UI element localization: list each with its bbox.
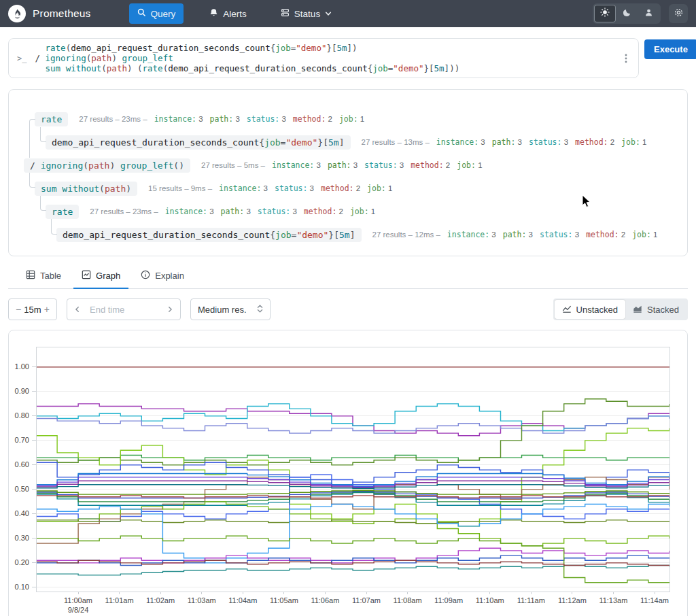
nav-item-status[interactable]: Status (273, 3, 340, 24)
code-token: "demo" (296, 230, 328, 240)
search-icon (137, 8, 146, 19)
tree-connector (51, 219, 57, 235)
code-token: path (88, 160, 109, 171)
label-name: method: (586, 230, 619, 239)
y-axis-label: 0.30 (15, 534, 29, 542)
label-count: 3 (196, 115, 203, 123)
tree-node-expression[interactable]: rate (35, 112, 68, 126)
tab-label: Explain (155, 271, 184, 281)
tree-node-expression[interactable]: / ignoring(path) group_left() (24, 158, 190, 173)
tab-graph[interactable]: Graph (73, 266, 128, 289)
x-axis-label: 11:04am (228, 596, 257, 604)
query-line[interactable]: / ignoring(path) group_left (35, 53, 619, 63)
label-count: 2 (326, 115, 332, 123)
label-count: 3 (279, 115, 286, 123)
tree-connector (40, 127, 46, 142)
x-axis-label: 11:14am (640, 596, 669, 604)
label-name: method: (293, 114, 326, 124)
theme-auto-button[interactable] (638, 5, 659, 22)
code-token: } (317, 137, 323, 148)
query-line[interactable]: sum without(path) (rate(demo_api_request… (35, 63, 619, 73)
chevron-left-icon[interactable] (74, 305, 81, 315)
label-name: path: (492, 137, 516, 147)
y-axis-label: 0.80 (15, 411, 29, 420)
label-name: path: (210, 114, 234, 124)
label-name: instance: (154, 114, 196, 124)
settings-button[interactable] (669, 4, 688, 23)
code-token: [ (429, 63, 434, 73)
code-token: job (372, 63, 388, 73)
label-name: path: (503, 230, 527, 239)
code-token: group_left (120, 160, 173, 171)
label-name: job: (621, 137, 640, 147)
series-line (36, 456, 669, 460)
label-count: 2 (619, 230, 626, 239)
y-axis-label: 0.60 (15, 460, 29, 468)
label-count: 3 (244, 207, 251, 216)
unstacked-toggle[interactable]: Unstacked (555, 300, 625, 319)
nav-item-alerts[interactable]: Alerts (201, 3, 255, 24)
code-token: 5m (337, 43, 347, 53)
theme-dark-button[interactable] (616, 5, 638, 22)
query-expression[interactable]: rate(demo_api_request_duration_seconds_c… (35, 43, 619, 73)
tree-node-expression[interactable]: demo_api_request_duration_seconds_count{… (46, 135, 351, 150)
code-token: { (270, 230, 275, 240)
code-token: path (105, 184, 126, 194)
label-name: method: (575, 137, 608, 147)
x-axis-label: 11:08am (394, 596, 422, 604)
code-token: group_left (122, 53, 173, 63)
chevron-right-icon[interactable] (167, 305, 173, 315)
user-icon (644, 7, 653, 20)
table-icon (26, 270, 35, 281)
code-token: path (91, 53, 111, 63)
tree-connector (29, 173, 35, 188)
graph-plot[interactable]: 1.000.900.800.700.600.500.400.300.200.10… (9, 330, 687, 616)
stacked-toggle[interactable]: Stacked (625, 300, 686, 319)
range-increase-button[interactable]: + (44, 304, 50, 315)
theme-light-button[interactable] (594, 5, 616, 22)
range-decrease-button[interactable]: − (15, 304, 22, 315)
tree-connector (29, 119, 35, 158)
app-title: Prometheus (33, 7, 91, 20)
code-token: } (328, 230, 334, 240)
resolution-select[interactable]: Medium res. (190, 298, 271, 320)
tab-table[interactable]: Table (18, 266, 69, 289)
label-name: path: (221, 207, 245, 216)
tab-explain[interactable]: Explain (133, 266, 192, 289)
code-token: "demo" (296, 43, 326, 53)
code-token: ] (339, 137, 345, 148)
label-name: job: (457, 160, 476, 170)
code-token: 5m (339, 230, 350, 240)
tab-label: Graph (96, 271, 120, 281)
nav-item-query[interactable]: Query (129, 3, 184, 24)
result-tabs: Table Graph Explain (8, 266, 688, 289)
end-time-input[interactable] (90, 305, 158, 315)
x-axis-label: 11:13am (599, 596, 627, 604)
label-count: 3 (398, 161, 404, 169)
range-value: 15m (24, 305, 41, 315)
query-line[interactable]: rate(demo_api_request_duration_seconds_c… (35, 43, 619, 53)
label-name: job: (632, 230, 651, 239)
terminal-prompt-icon: >_ (17, 54, 27, 63)
select-chevrons-icon (257, 304, 263, 315)
label-count: 3 (207, 207, 214, 216)
prometheus-logo-icon (8, 5, 26, 22)
tree-node-stats: 27 results – 5ms –instance: 3path: 3stat… (201, 160, 483, 170)
execute-button[interactable]: Execute (644, 39, 696, 59)
code-token: "demo" (393, 63, 423, 73)
code-token: demo_api_request_duration_seconds_count (63, 230, 270, 240)
tree-node-expression[interactable]: demo_api_request_duration_seconds_count{… (56, 228, 362, 242)
code-token: 5m (328, 137, 339, 148)
code-token: demo_api_request_duration_seconds_count (71, 43, 271, 53)
query-editor[interactable]: >_ rate(demo_api_request_duration_second… (8, 38, 639, 78)
line-chart-icon (562, 304, 572, 315)
query-options-kebab-icon[interactable] (619, 53, 633, 64)
tree-node-expression[interactable]: sum without(path) (35, 182, 137, 196)
x-axis-label: 11:03am (188, 596, 216, 604)
graph-controls: − 15m + Medium res. Unstacked (8, 298, 688, 320)
tree-node-stats: 27 results – 13ms –instance: 3path: 3sta… (362, 137, 647, 147)
tree-node-expression[interactable]: rate (46, 205, 79, 219)
x-axis-label: 11:10am (476, 596, 504, 604)
code-token: } (423, 63, 429, 73)
series-line (36, 566, 669, 575)
